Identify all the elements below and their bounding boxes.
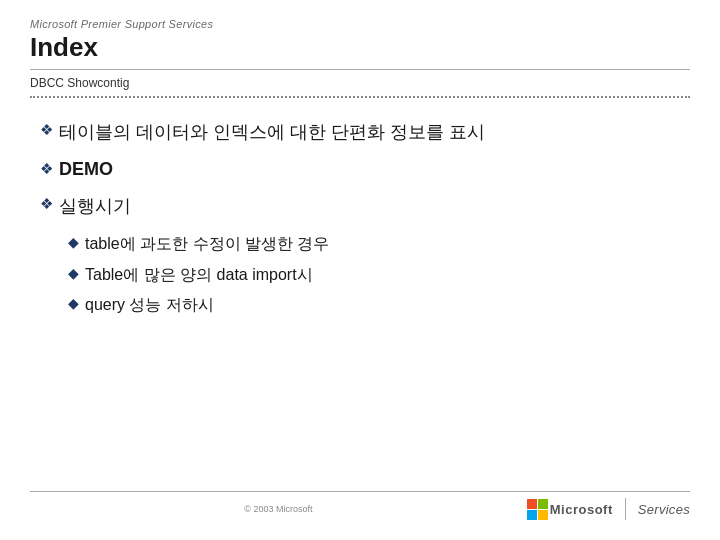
sub-bullet-arrow-1: ◆ [68,234,79,250]
content-area: ❖ 테이블의 데이터와 인덱스에 대한 단편화 정보를 표시 ❖ DEMO ❖ … [30,120,690,491]
top-divider [30,69,690,70]
footer-copyright: © 2003 Microsoft [30,504,527,514]
ms-logo-grid [527,499,548,520]
footer: © 2003 Microsoft Microsoft Services [30,491,690,520]
bullet-item-2: ❖ DEMO [40,159,690,180]
ms-logo-cell-1 [527,499,537,509]
sub-bullet-text-2: Table에 많은 양의 data import시 [85,264,313,286]
bullet-text-3: 실행시기 [59,194,131,219]
bullet-item-1: ❖ 테이블의 데이터와 인덱스에 대한 단편화 정보를 표시 [40,120,690,145]
footer-logo: Microsoft Services [527,498,690,520]
microsoft-label: Microsoft [550,502,613,517]
bullet-item-3: ❖ 실행시기 [40,194,690,219]
ms-logo-cell-3 [527,510,537,520]
sub-bullet-text-1: table에 과도한 수정이 발생한 경우 [85,233,329,255]
dotted-divider [30,96,690,98]
page-title: Index [30,32,690,63]
page: Microsoft Premier Support Services Index… [0,0,720,540]
ms-logo-cell-4 [538,510,548,520]
services-divider [625,498,626,520]
section-label: DBCC Showcontig [30,76,690,90]
ms-logo-cell-2 [538,499,548,509]
bullet-text-2: DEMO [59,159,113,180]
services-label: Services [638,502,690,517]
sub-bullet-text-3: query 성능 저하시 [85,294,214,316]
microsoft-logo: Microsoft [527,499,613,520]
bullet-diamond-2: ❖ [40,160,53,178]
bullet-diamond-1: ❖ [40,121,53,139]
sub-bullet-item-2: ◆ Table에 많은 양의 data import시 [40,264,690,286]
sub-bullet-arrow-3: ◆ [68,295,79,311]
bullet-text-1: 테이블의 데이터와 인덱스에 대한 단편화 정보를 표시 [59,120,485,145]
sub-bullet-item-1: ◆ table에 과도한 수정이 발생한 경우 [40,233,690,255]
sub-bullet-item-3: ◆ query 성능 저하시 [40,294,690,316]
sub-bullet-arrow-2: ◆ [68,265,79,281]
bullet-diamond-3: ❖ [40,195,53,213]
header-brand: Microsoft Premier Support Services [30,18,690,30]
